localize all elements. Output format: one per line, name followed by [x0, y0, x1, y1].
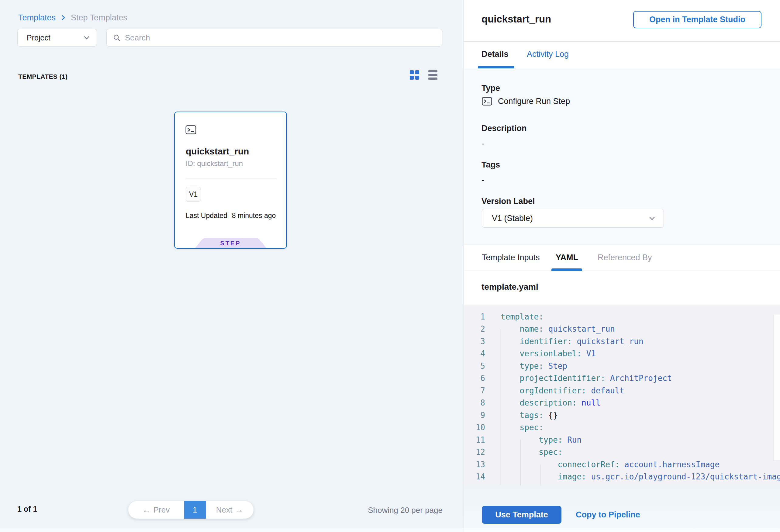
next-arrow-icon: → [235, 505, 243, 515]
prev-label: Prev [153, 505, 169, 515]
pagination: ← Prev 1 Next → [128, 501, 253, 519]
yaml-line: 7 orgIdentifier: default [464, 384, 780, 397]
indent-guide [540, 464, 540, 485]
scope-select[interactable]: Project [17, 29, 97, 47]
card-last-updated: Last Updated 8 minutes ago [186, 211, 276, 220]
copy-to-pipeline-link[interactable]: Copy to Pipeline [576, 510, 640, 520]
tags-value: - [482, 176, 484, 185]
yaml-line: 4 versionLabel: V1 [464, 347, 780, 360]
editor-scrollbar[interactable] [774, 314, 780, 461]
description-value: - [482, 139, 484, 148]
details-tabs: Details Activity Log [464, 42, 780, 68]
template-details-panel: quickstart_run Open in Template Studio D… [464, 0, 780, 532]
prev-arrow-icon: ← [143, 505, 150, 515]
details-header: quickstart_run Open in Template Studio [464, 0, 780, 42]
card-divider [186, 179, 276, 179]
subtab-yaml[interactable]: YAML [556, 253, 578, 262]
version-select[interactable]: V1 (Stable) [482, 209, 664, 228]
card-title: quickstart_run [186, 146, 249, 156]
chevron-down-icon [648, 214, 656, 222]
yaml-line: 5 type: Step [464, 359, 780, 372]
tab-details[interactable]: Details [482, 50, 508, 59]
breadcrumb-chevron-icon [60, 14, 66, 21]
active-tab-underline [478, 66, 514, 68]
templates-list-panel: Templates Step Templates Project TEMPLAT… [0, 0, 464, 532]
page-summary: 1 of 1 [17, 504, 37, 514]
last-updated-label: Last Updated [186, 211, 227, 220]
version-label: Version Label [482, 197, 535, 206]
prev-page-button[interactable]: ← Prev [128, 501, 184, 519]
list-view-icon[interactable] [428, 70, 437, 80]
version-select-value: V1 (Stable) [492, 214, 533, 223]
yaml-line: 9 tags: {} [464, 409, 780, 421]
active-subtab-underline [551, 269, 582, 271]
search-input[interactable] [125, 33, 436, 43]
chevron-down-icon [83, 34, 90, 41]
template-card[interactable]: quickstart_run ID: quickstart_run V1 Las… [174, 111, 287, 249]
panel-title: quickstart_run [482, 13, 551, 25]
page-size-text: Showing 20 per page [368, 505, 443, 515]
yaml-line: 1template: [464, 310, 780, 323]
details-body: Type Configure Run Step Description - Ta… [464, 68, 780, 245]
details-footer: Use Template Copy to Pipeline [464, 485, 780, 532]
last-updated-value: 8 minutes ago [232, 211, 276, 220]
yaml-line: 2 name: quickstart_run [464, 323, 780, 335]
yaml-section: Template Inputs YAML Referenced By templ… [464, 245, 780, 305]
page-1-button[interactable]: 1 [184, 501, 206, 519]
subtab-template-inputs[interactable]: Template Inputs [482, 253, 540, 262]
yaml-line: 8 description: null [464, 397, 780, 409]
grid-view-icon[interactable] [410, 70, 419, 80]
indent-guide [501, 329, 501, 485]
step-type-badge-label: STEP [195, 240, 267, 247]
description-label: Description [482, 124, 527, 133]
yaml-subtabs: Template Inputs YAML Referenced By [464, 245, 780, 271]
yaml-line: 14 image: us.gcr.io/playground-123/quick… [464, 471, 780, 483]
scope-select-value: Project [27, 34, 50, 42]
search-box [106, 29, 442, 47]
type-value-row: Configure Run Step [482, 96, 570, 107]
type-value: Configure Run Step [498, 97, 570, 106]
next-label: Next [216, 505, 232, 515]
yaml-line: 3 identifier: quickstart_run [464, 335, 780, 347]
yaml-line: 12 spec: [464, 446, 780, 458]
search-icon [113, 34, 121, 42]
yaml-code-editor[interactable]: 1template:2 name: quickstart_run3 identi… [464, 305, 780, 485]
use-template-button[interactable]: Use Template [482, 506, 562, 524]
breadcrumb-templates-link[interactable]: Templates [18, 13, 56, 22]
templates-count-header: TEMPLATES (1) [18, 73, 67, 80]
run-step-terminal-icon [185, 124, 197, 136]
step-type-badge: STEP [195, 238, 267, 249]
type-label: Type [482, 84, 500, 93]
tab-activity-log[interactable]: Activity Log [527, 50, 569, 59]
tags-label: Tags [482, 160, 500, 170]
card-version-badge: V1 [186, 187, 201, 201]
yaml-line: 13 connectorRef: account.harnessImage [464, 458, 780, 471]
next-page-button[interactable]: Next → [206, 501, 253, 519]
card-identifier: ID: quickstart_run [186, 159, 243, 168]
breadcrumb-current: Step Templates [71, 13, 127, 22]
yaml-line: 11 type: Run [464, 434, 780, 446]
subtab-referenced-by[interactable]: Referenced By [598, 253, 652, 262]
breadcrumb: Templates Step Templates [18, 11, 127, 24]
run-step-terminal-icon [482, 96, 492, 107]
yaml-line: 6 projectIdentifier: ArchitProject [464, 372, 780, 385]
view-toggles [410, 70, 437, 80]
open-template-studio-button[interactable]: Open in Template Studio [633, 11, 762, 28]
yaml-line: 10 spec: [464, 421, 780, 434]
yaml-file-name: template.yaml [482, 282, 538, 292]
bottom-strip [0, 528, 780, 532]
